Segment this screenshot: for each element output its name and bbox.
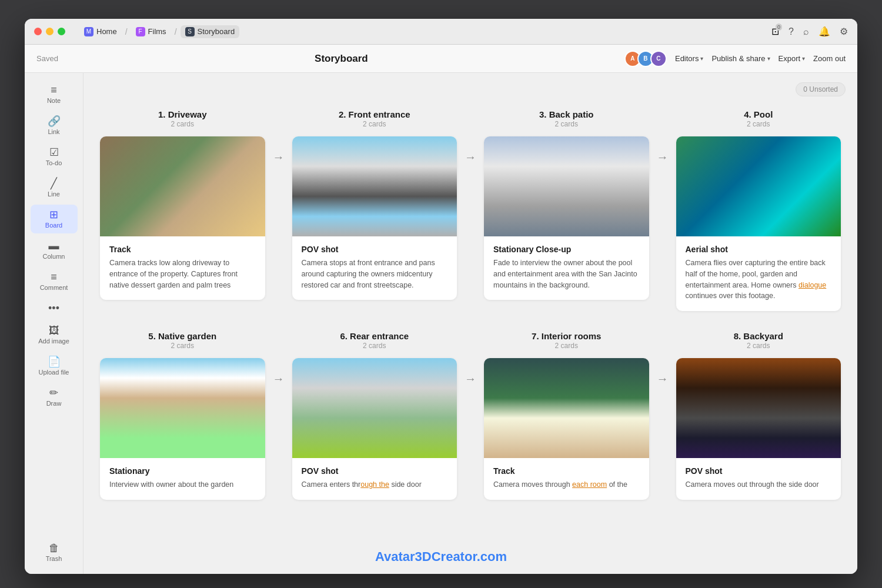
zoom-out-label: Zoom out [813, 54, 846, 63]
editors-button[interactable]: Editors ▾ [675, 54, 703, 63]
nav-storyboard-label: Storyboard [198, 27, 235, 36]
card-image-6 [292, 358, 457, 458]
card-2[interactable]: POV shot Camera stops at front entrance … [292, 136, 457, 300]
sidebar-item-trash[interactable]: 🗑 Trash [31, 538, 78, 567]
add-image-label: Add image [38, 338, 69, 345]
search-icon[interactable]: ⌕ [803, 26, 809, 37]
upload-file-label: Upload file [39, 369, 69, 376]
trash-label: Trash [46, 555, 62, 562]
editors-avatars: A B C [624, 51, 667, 67]
sidebar-item-comment[interactable]: ≡ Comment [31, 267, 78, 296]
tablet-badge: 0 [776, 24, 782, 31]
column-group-5: 5. Native garden 2 cards Stationary Inte… [95, 325, 270, 509]
card-description-4: Camera flies over capturing the entire b… [686, 258, 832, 302]
card-body-5: Stationary Interview with owner about th… [100, 458, 265, 500]
card-shot-type-1: Track [109, 245, 256, 254]
draw-label: Draw [46, 400, 62, 407]
unsorted-badge: 0 Unsorted [796, 82, 846, 96]
nav-separator-2: / [175, 27, 177, 36]
each-room-link[interactable]: each room [572, 480, 607, 489]
sidebar-item-add-image[interactable]: 🖼 Add image [31, 320, 78, 349]
todo-label: To-do [46, 159, 62, 166]
col-cards-count-1: 2 cards [158, 120, 207, 128]
publish-share-label: Publish & share [711, 54, 765, 63]
card-shot-type-2: POV shot [302, 245, 448, 254]
column-label: Column [43, 253, 65, 260]
board-label: Board [45, 222, 62, 229]
main-area: ≡ Note 🔗 Link ☑ To-do ╱ Line ⊞ Board ▬ C… [25, 73, 857, 574]
col-title-7: 7. Interior rooms [532, 331, 601, 341]
card-5[interactable]: Stationary Interview with owner about th… [100, 358, 265, 500]
col-title-3: 3. Back patio [539, 109, 594, 119]
sidebar-item-line[interactable]: ╱ Line [31, 173, 78, 202]
storyboard-icon: S [185, 27, 195, 36]
column-group-6: 6. Rear entrance 2 cards POV shot Camera… [288, 325, 462, 509]
card-shot-type-8: POV shot [686, 466, 832, 476]
nav-home[interactable]: M Home [79, 25, 122, 38]
col-header-5: 5. Native garden 2 cards [95, 325, 270, 353]
column-group-3: 3. Back patio 2 cards Stationary Close-u… [479, 103, 654, 309]
col-cards-count-3: 2 cards [539, 120, 594, 128]
card-shot-type-7: Track [493, 466, 640, 476]
card-image-5 [100, 358, 265, 458]
tablet-icon-wrapper[interactable]: ⊡ 0 [771, 26, 779, 37]
col-header-3: 3. Back patio 2 cards [479, 103, 654, 132]
content-area: 0 Unsorted 1. Driveway 2 cards T [83, 73, 857, 574]
minimize-button[interactable] [46, 28, 54, 35]
col-title-8: 8. Backyard [734, 331, 783, 341]
card-1[interactable]: Track Camera tracks low along driveway t… [100, 136, 265, 300]
zoom-out-button[interactable]: Zoom out [813, 54, 846, 63]
col-header-7: 7. Interior rooms 2 cards [479, 325, 654, 353]
sidebar-item-link[interactable]: 🔗 Link [31, 111, 78, 140]
card-shot-type-6: POV shot [302, 466, 448, 476]
sidebar-item-column[interactable]: ▬ Column [31, 236, 78, 265]
card-description-8: Camera moves out through the side door [686, 479, 832, 490]
column-group-8: 8. Backyard 2 cards POV shot Camera move… [671, 325, 846, 509]
card-image-4 [676, 136, 841, 236]
publish-share-button[interactable]: Publish & share ▾ [711, 54, 770, 63]
col-title-2: 2. Front entrance [339, 109, 410, 119]
comment-icon: ≡ [51, 272, 57, 282]
nav-films[interactable]: F Films [131, 25, 171, 38]
bell-icon[interactable]: 🔔 [818, 26, 830, 37]
titlebar: M Home / F Films / S Storyboard ⊡ 0 ? ⌕ … [25, 19, 857, 45]
card-body-1: Track Camera tracks low along driveway t… [100, 236, 265, 300]
board-row-2: 5. Native garden 2 cards Stationary Inte… [95, 325, 846, 509]
col-title-1: 1. Driveway [158, 109, 207, 119]
titlebar-actions: ⊡ 0 ? ⌕ 🔔 ⚙ [771, 26, 848, 37]
export-button[interactable]: Export ▾ [779, 54, 806, 63]
trash-icon: 🗑 [49, 543, 59, 553]
nav-storyboard[interactable]: S Storyboard [181, 25, 240, 38]
col-title-6: 6. Rear entrance [340, 331, 409, 341]
sidebar-item-draw[interactable]: ✏ Draw [31, 383, 78, 412]
column-group-4: 4. Pool 2 cards Aerial shot Camera flies… [671, 103, 846, 320]
line-icon: ╱ [51, 178, 57, 189]
close-button[interactable] [34, 28, 42, 35]
card-4[interactable]: Aerial shot Camera flies over capturing … [676, 136, 841, 311]
card-body-4: Aerial shot Camera flies over capturing … [676, 236, 841, 311]
sidebar-item-upload-file[interactable]: 📄 Upload file [31, 352, 78, 380]
note-icon: ≡ [51, 85, 57, 95]
sidebar-item-board[interactable]: ⊞ Board [31, 205, 78, 233]
draw-icon: ✏ [49, 387, 58, 398]
sidebar-item-todo[interactable]: ☑ To-do [31, 142, 78, 171]
films-icon: F [136, 27, 145, 36]
card-description-7: Camera moves through each room of the [493, 479, 640, 490]
card-7[interactable]: Track Camera moves through each room of … [484, 358, 649, 500]
settings-icon[interactable]: ⚙ [840, 26, 848, 37]
dialogue-link[interactable]: dialogue [799, 281, 826, 289]
sidebar-item-note[interactable]: ≡ Note [31, 80, 78, 109]
maximize-button[interactable] [58, 28, 65, 35]
breadcrumb-nav: M Home / F Films / S Storyboard [79, 25, 239, 38]
export-chevron-icon: ▾ [802, 55, 805, 62]
board-icon: ⊞ [49, 209, 58, 220]
card-3[interactable]: Stationary Close-up Fade to interview th… [484, 136, 649, 300]
card-6[interactable]: POV shot Camera enters through the side … [292, 358, 457, 500]
help-icon[interactable]: ? [789, 26, 794, 37]
arrow-1-2: → [270, 103, 288, 164]
card-8[interactable]: POV shot Camera moves out through the si… [676, 358, 841, 500]
toolbar-right-actions: A B C Editors ▾ Publish & share ▾ Export… [624, 51, 846, 67]
arrow-3-4: → [654, 103, 671, 164]
note-label: Note [47, 97, 61, 104]
sidebar-item-more[interactable]: ••• [31, 298, 78, 318]
